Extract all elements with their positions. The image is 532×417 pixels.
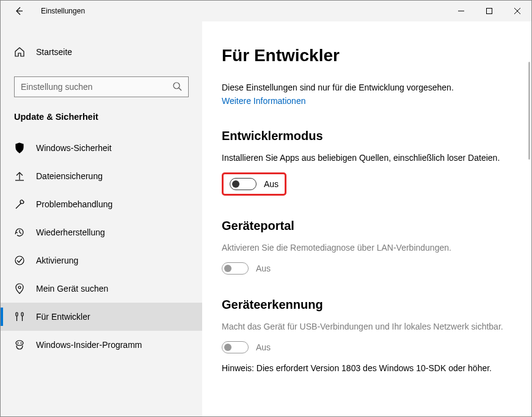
home-icon — [14, 46, 25, 57]
developer-icon — [14, 311, 25, 322]
sidebar-item-insider[interactable]: Windows-Insider-Programm — [1, 331, 202, 359]
sidebar-item-find-device[interactable]: Mein Gerät suchen — [1, 275, 202, 303]
learn-more-link[interactable]: Weitere Informationen — [222, 96, 305, 106]
sidebar-item-label: Windows-Insider-Programm — [36, 340, 142, 350]
settings-window: Einstellungen Startseite — [0, 0, 532, 417]
search-icon — [172, 81, 182, 93]
svg-line-6 — [179, 88, 181, 90]
maximize-button[interactable] — [475, 1, 503, 21]
sidebar-item-label: Windows-Sicherheit — [36, 143, 112, 153]
sidebar-item-label: Für Entwickler — [36, 312, 90, 322]
backup-icon — [14, 171, 25, 182]
sidebar-item-label: Wiederherstellung — [36, 227, 105, 237]
close-icon — [514, 7, 521, 15]
minimize-button[interactable] — [447, 1, 475, 21]
search-box[interactable] — [14, 76, 189, 97]
close-button[interactable] — [503, 1, 531, 21]
svg-rect-15 — [21, 312, 23, 316]
page-intro: Diese Einstellungen sind nur für die Ent… — [222, 83, 512, 92]
device-discovery-desc: Macht das Gerät für USB-Verbindungen und… — [222, 322, 512, 331]
dev-mode-toggle[interactable] — [230, 178, 257, 190]
device-portal-heading: Geräteportal — [222, 219, 512, 233]
dev-mode-state: Aus — [264, 179, 279, 189]
window-title: Einstellungen — [41, 7, 85, 15]
device-portal-state: Aus — [256, 264, 271, 273]
shield-icon — [14, 142, 25, 153]
device-discovery-state: Aus — [256, 342, 271, 352]
sidebar-item-troubleshoot[interactable]: Problembehandlung — [1, 190, 202, 218]
dev-mode-heading: Entwicklermodus — [222, 129, 512, 143]
maximize-icon — [486, 7, 493, 15]
sidebar: Startseite Update & Sicherheit Windows-S… — [1, 21, 202, 416]
page-title: Für Entwickler — [222, 46, 512, 65]
sidebar-item-recovery[interactable]: Wiederherstellung — [1, 218, 202, 246]
sidebar-item-label: Problembehandlung — [36, 199, 112, 209]
wrench-icon — [14, 199, 25, 210]
sidebar-section-title: Update & Sicherheit — [1, 112, 202, 122]
sidebar-item-windows-security[interactable]: Windows-Sicherheit — [1, 134, 202, 162]
arrow-left-icon — [14, 6, 24, 16]
insider-icon — [14, 339, 25, 350]
svg-rect-13 — [16, 312, 18, 316]
device-portal-desc: Aktivieren Sie die Remotediagnose über L… — [222, 243, 512, 253]
minimize-icon — [457, 7, 465, 15]
svg-point-5 — [173, 83, 180, 89]
device-discovery-hint: Hinweis: Dies erfordert Version 1803 des… — [222, 363, 512, 373]
activation-icon — [14, 255, 25, 266]
highlight-annotation: Aus — [222, 172, 286, 196]
recovery-icon — [14, 227, 25, 238]
sidebar-item-label: Aktivierung — [36, 256, 78, 265]
search-input[interactable] — [21, 82, 172, 92]
svg-point-18 — [18, 342, 19, 344]
sidebar-home-label: Startseite — [36, 47, 72, 57]
find-device-icon — [14, 283, 25, 294]
sidebar-home[interactable]: Startseite — [1, 40, 202, 64]
svg-rect-2 — [487, 9, 492, 14]
sidebar-item-activation[interactable]: Aktivierung — [1, 246, 202, 275]
svg-point-17 — [16, 341, 23, 345]
svg-point-19 — [21, 342, 22, 344]
sidebar-item-label: Dateiensicherung — [36, 171, 103, 181]
titlebar: Einstellungen — [1, 1, 531, 21]
dev-mode-desc: Installieren Sie Apps aus beliebigen Que… — [222, 153, 512, 163]
back-button[interactable] — [12, 4, 26, 18]
device-portal-toggle — [222, 262, 249, 275]
svg-point-12 — [18, 286, 21, 289]
svg-point-11 — [15, 256, 24, 265]
window-controls — [447, 1, 531, 21]
sidebar-item-label: Mein Gerät suchen — [36, 284, 108, 293]
scrollbar[interactable] — [528, 62, 530, 160]
sidebar-item-for-developers[interactable]: Für Entwickler — [1, 303, 202, 331]
device-discovery-heading: Geräteerkennung — [222, 298, 512, 312]
device-discovery-toggle — [222, 341, 249, 353]
svg-line-10 — [20, 232, 21, 234]
sidebar-item-backup[interactable]: Dateiensicherung — [1, 162, 202, 190]
content-pane: Für Entwickler Diese Einstellungen sind … — [202, 21, 531, 416]
